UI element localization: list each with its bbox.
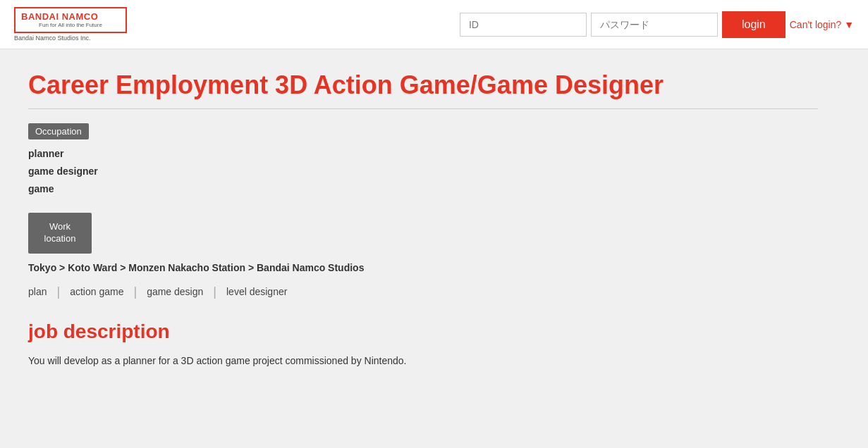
work-location-section: Worklocation Tokyo > Koto Ward > Monzen … [28,213,818,273]
tag-action-game: action game [60,286,133,297]
occupation-item-2: game designer [28,163,818,180]
login-button[interactable]: login [722,11,786,38]
id-input[interactable] [460,13,587,37]
divider [28,108,818,109]
password-input[interactable] [591,13,718,37]
occupation-badge: Occupation [28,123,89,139]
main-content: Career Employment 3D Action Game/Game De… [0,49,846,390]
work-location-badge: Worklocation [28,213,92,254]
logo-sub: Fun for All into the Future [21,22,120,29]
job-description-title: job description [28,321,818,343]
description-text: You will develop as a planner for a 3D a… [28,353,818,370]
page-title: Career Employment 3D Action Game/Game De… [28,70,818,100]
occupation-item-3: game [28,180,818,198]
header: BANDAI NAMCO Fun for All into the Future… [0,0,868,49]
logo-box: BANDAI NAMCO Fun for All into the Future [14,7,127,33]
tags-row: plan | action game | game design | level… [28,285,818,299]
tag-plan: plan [28,286,56,297]
location-text: Tokyo > Koto Ward > Monzen Nakacho Stati… [28,262,818,273]
occupation-section: Occupation planner game designer game [28,123,818,199]
header-inputs: login Can't login? ▼ [460,11,854,38]
logo-company: Bandai Namco Studios Inc. [14,35,127,42]
tag-level-designer: level designer [216,286,297,297]
logo-area: BANDAI NAMCO Fun for All into the Future… [14,7,127,42]
occupation-item-1: planner [28,145,818,163]
logo-title: BANDAI NAMCO [21,11,120,22]
cant-login-link[interactable]: Can't login? ▼ [790,19,854,30]
tag-game-design: game design [137,286,213,297]
